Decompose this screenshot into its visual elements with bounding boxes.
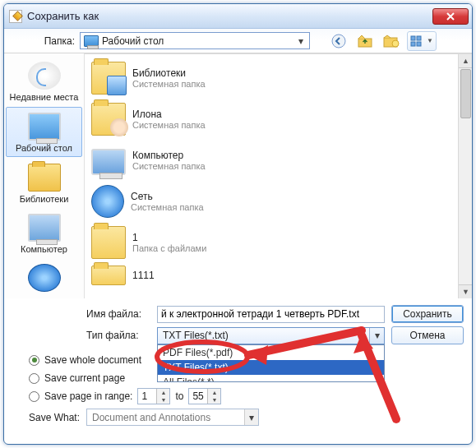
radio-current-label: Save current page xyxy=(44,372,125,384)
views-icon xyxy=(410,35,425,47)
chevron-down-icon: ▾ xyxy=(244,409,258,425)
back-icon xyxy=(331,34,346,48)
toolbar: Папка: Рабочий стол ▾ ▼ xyxy=(4,29,472,53)
folder-label: Папка: xyxy=(37,35,75,47)
range-from-spinner[interactable]: 1 ▲▼ xyxy=(137,388,170,404)
range-to-spinner[interactable]: 55 ▲▼ xyxy=(188,388,221,404)
save-what-label: Save What: xyxy=(29,412,80,423)
list-item[interactable]: 1Папка с файлами xyxy=(88,222,469,263)
filetype-combo[interactable]: TXT Files(*.txt) ▾ PDF Files(*.pdf) TXT … xyxy=(157,327,385,344)
svg-point-0 xyxy=(332,35,345,48)
up-level-icon xyxy=(358,35,372,48)
spin-up-icon[interactable]: ▲ xyxy=(208,389,220,396)
svg-rect-5 xyxy=(417,36,421,40)
user-folder-icon xyxy=(91,103,126,136)
network-icon xyxy=(28,264,61,292)
computer-item-icon xyxy=(91,149,126,175)
folder-icon xyxy=(91,266,126,285)
list-item[interactable]: 1111 xyxy=(88,263,469,288)
back-button[interactable] xyxy=(328,31,349,51)
scroll-down-button[interactable]: ▼ xyxy=(459,284,472,298)
save-button[interactable]: Сохранить xyxy=(391,305,464,323)
form-area: Имя файла: Сохранить Тип файла: TXT File… xyxy=(4,298,472,432)
libraries-folder-icon xyxy=(91,62,126,95)
cancel-button[interactable]: Отмена xyxy=(391,326,464,344)
filetype-option[interactable]: All Files(*.*) xyxy=(158,375,384,381)
views-button[interactable]: ▼ xyxy=(407,31,437,51)
save-what-value: Document and Annotations xyxy=(92,412,210,423)
list-item[interactable]: БиблиотекиСистемная папка xyxy=(88,58,469,99)
filetype-combo-value: TXT Files(*.txt) xyxy=(163,330,229,341)
place-recent[interactable]: Недавние места xyxy=(6,57,82,105)
up-level-button[interactable] xyxy=(354,31,376,51)
svg-rect-6 xyxy=(411,42,415,46)
radio-whole-label: Save whole document xyxy=(44,354,141,366)
chevron-down-icon: ▼ xyxy=(427,37,433,44)
filetype-popup: PDF Files(*.pdf) TXT Files(*.txt) All Fi… xyxy=(157,344,385,382)
titlebar[interactable]: Сохранить как xyxy=(4,4,472,29)
computer-icon xyxy=(28,214,61,242)
spin-down-icon[interactable]: ▼ xyxy=(157,396,169,404)
svg-rect-7 xyxy=(417,42,421,46)
list-item[interactable]: СетьСистемная папка xyxy=(88,181,469,222)
new-folder-button[interactable] xyxy=(381,31,402,51)
vertical-scrollbar[interactable]: ▲ ▼ xyxy=(458,54,472,298)
folder-icon xyxy=(91,226,126,259)
place-computer[interactable]: Компьютер xyxy=(6,209,82,257)
range-to-word: to xyxy=(175,390,183,402)
save-as-dialog: Сохранить как Папка: Рабочий стол ▾ ▼ xyxy=(3,3,473,445)
radio-whole-document[interactable] xyxy=(29,355,39,366)
filetype-option[interactable]: TXT Files(*.txt) xyxy=(158,360,384,375)
new-folder-icon xyxy=(383,35,400,48)
filename-label: Имя файла: xyxy=(86,308,150,320)
list-item[interactable]: КомпьютерСистемная папка xyxy=(88,140,469,181)
folder-dropdown-value: Рабочий стол xyxy=(102,35,164,47)
scroll-up-button[interactable]: ▲ xyxy=(459,54,472,68)
filename-input[interactable] xyxy=(157,306,385,323)
app-icon xyxy=(9,10,22,23)
scroll-thumb[interactable] xyxy=(460,69,471,118)
desktop-icon xyxy=(84,35,99,47)
filetype-option[interactable]: PDF Files(*.pdf) xyxy=(158,345,384,360)
places-bar: Недавние места Рабочий стол Библиотеки К… xyxy=(4,53,85,298)
filetype-label: Тип файла: xyxy=(86,330,150,341)
folder-dropdown[interactable]: Рабочий стол ▾ xyxy=(80,32,310,49)
radio-range-label: Save page in range: xyxy=(44,390,132,402)
place-desktop[interactable]: Рабочий стол xyxy=(6,107,82,157)
close-icon xyxy=(446,12,455,21)
chevron-down-icon: ▾ xyxy=(369,328,384,344)
spin-down-icon[interactable]: ▼ xyxy=(208,396,220,404)
close-button[interactable] xyxy=(432,8,469,25)
save-what-combo[interactable]: Document and Annotations ▾ xyxy=(86,409,259,426)
chevron-down-icon: ▾ xyxy=(294,35,307,48)
svg-point-3 xyxy=(392,40,399,47)
libraries-icon xyxy=(28,164,61,192)
network-item-icon xyxy=(91,185,124,218)
place-network[interactable] xyxy=(6,259,82,298)
file-list-pane: БиблиотекиСистемная папка ИлонаСистемная… xyxy=(85,53,472,298)
window-title: Сохранить как xyxy=(27,10,432,22)
radio-page-range[interactable] xyxy=(29,391,39,402)
svg-rect-4 xyxy=(411,36,415,40)
recent-places-icon xyxy=(28,62,61,90)
spin-up-icon[interactable]: ▲ xyxy=(157,389,169,396)
radio-current-page[interactable] xyxy=(29,373,39,384)
desktop-icon xyxy=(28,113,61,141)
list-item[interactable]: ИлонаСистемная папка xyxy=(88,99,469,140)
place-libraries[interactable]: Библиотеки xyxy=(6,159,82,207)
